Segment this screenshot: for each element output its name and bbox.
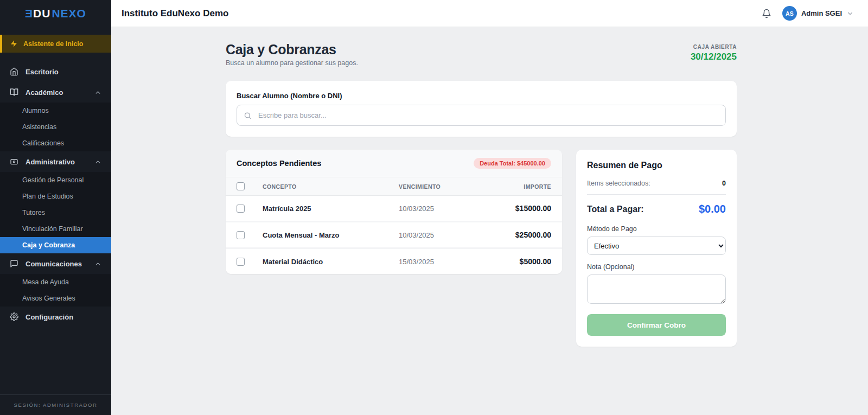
home-icon bbox=[10, 67, 18, 76]
sidebar-item-administrativo[interactable]: Administrativo bbox=[0, 151, 111, 172]
column-header-concepto: CONCEPTO bbox=[263, 183, 399, 190]
logo-edu-text: DU bbox=[33, 7, 50, 20]
payment-method-label: Método de Pago bbox=[587, 225, 726, 233]
sidebar-item-escritorio[interactable]: Escritorio bbox=[0, 61, 111, 82]
search-label: Buscar Alumno (Nombre o DNI) bbox=[237, 92, 726, 100]
due-date: 10/03/2025 bbox=[399, 231, 486, 239]
caja-status-block: CAJA ABIERTA 30/12/2025 bbox=[691, 42, 737, 62]
topbar-actions: AS Admin SGEI bbox=[762, 6, 854, 21]
sidebar-item-comunicaciones[interactable]: Comunicaciones bbox=[0, 253, 111, 274]
sidebar-nav: Escritorio Académico Alumnos Asistencias… bbox=[0, 61, 111, 394]
lightning-icon bbox=[10, 40, 18, 48]
row-checkbox[interactable] bbox=[237, 231, 245, 239]
sidebar-item-label: Configuración bbox=[25, 313, 73, 321]
note-label: Nota (Opcional) bbox=[587, 263, 726, 271]
column-header-importe: IMPORTE bbox=[486, 183, 551, 190]
page-head: Caja y Cobranzas Busca un alumno para ge… bbox=[226, 42, 737, 67]
pending-concepts-title: Conceptos Pendientes bbox=[237, 159, 321, 168]
row-checkbox[interactable] bbox=[237, 258, 245, 266]
sidebar-item-label: Asistente de Inicio bbox=[23, 40, 83, 48]
chevron-down-icon bbox=[846, 10, 854, 17]
column-header-vencimiento: VENCIMIENTO bbox=[399, 183, 486, 190]
sidebar-item-label: Escritorio bbox=[25, 68, 59, 76]
selected-items-label: Items seleccionados: bbox=[587, 180, 650, 187]
user-name: Admin SGEI bbox=[801, 9, 842, 17]
amount: $25000.00 bbox=[486, 231, 551, 239]
topbar: Instituto EduNexo Demo AS Admin SGEI bbox=[111, 0, 868, 27]
table-column-headers: CONCEPTO VENCIMIENTO IMPORTE bbox=[226, 177, 562, 196]
chevron-up-icon bbox=[94, 158, 101, 165]
app-root: ƎDUNEXO Asistente de Inicio Escritorio A… bbox=[0, 0, 868, 415]
pending-concepts-card: Conceptos Pendientes Deuda Total: $45000… bbox=[226, 150, 562, 274]
total-row: Total a Pagar: $0.00 bbox=[587, 203, 726, 215]
sidebar-item-asistencias[interactable]: Asistencias bbox=[0, 119, 111, 135]
gear-icon bbox=[10, 312, 18, 321]
session-label: SESIÓN: ADMINISTRADOR bbox=[0, 394, 111, 415]
concept-name: Material Didáctico bbox=[263, 258, 399, 266]
user-menu[interactable]: AS Admin SGEI bbox=[782, 6, 854, 21]
search-input[interactable] bbox=[237, 105, 726, 126]
select-all-checkbox[interactable] bbox=[237, 182, 245, 190]
chevron-up-icon bbox=[94, 89, 101, 96]
selected-items-count: 0 bbox=[722, 180, 726, 187]
table-row: Matrícula 2025 10/03/2025 $15000.00 bbox=[226, 196, 562, 222]
sidebar-item-caja-y-cobranza[interactable]: Caja y Cobranza bbox=[0, 237, 111, 253]
total-label: Total a Pagar: bbox=[587, 205, 644, 214]
sidebar-item-plan-de-estudios[interactable]: Plan de Estudios bbox=[0, 188, 111, 205]
total-debt-badge: Deuda Total: $45000.00 bbox=[474, 158, 551, 169]
sidebar-item-label: Académico bbox=[25, 88, 63, 97]
concept-name: Matrícula 2025 bbox=[263, 205, 399, 213]
avatar: AS bbox=[782, 6, 797, 21]
chevron-up-icon bbox=[94, 260, 101, 267]
sidebar-item-alumnos[interactable]: Alumnos bbox=[0, 103, 111, 119]
pending-concepts-header: Conceptos Pendientes Deuda Total: $45000… bbox=[226, 150, 562, 177]
institute-title: Instituto EduNexo Demo bbox=[122, 8, 228, 19]
total-value: $0.00 bbox=[699, 203, 726, 215]
confirm-payment-button[interactable]: Confirmar Cobro bbox=[587, 314, 726, 336]
sidebar-item-configuracion[interactable]: Configuración bbox=[0, 307, 111, 327]
page-title: Caja y Cobranzas bbox=[226, 42, 358, 58]
sidebar-item-academico[interactable]: Académico bbox=[0, 82, 111, 103]
caja-status-label: CAJA ABIERTA bbox=[691, 44, 737, 50]
main-area: Instituto EduNexo Demo AS Admin SGEI bbox=[111, 0, 868, 415]
sidebar-item-asistente-de-inicio[interactable]: Asistente de Inicio bbox=[0, 35, 111, 53]
caja-open-date: 30/12/2025 bbox=[691, 52, 737, 62]
note-textarea[interactable] bbox=[587, 274, 726, 304]
sidebar-item-vinculacion-familiar[interactable]: Vinculación Familiar bbox=[0, 221, 111, 237]
sidebar-item-tutores[interactable]: Tutores bbox=[0, 205, 111, 221]
page-content: Caja y Cobranzas Busca un alumno para ge… bbox=[111, 27, 868, 415]
sidebar-item-calificaciones[interactable]: Calificaciones bbox=[0, 135, 111, 151]
page-subtitle: Busca un alumno para gestionar sus pagos… bbox=[226, 59, 358, 67]
cash-icon bbox=[10, 157, 18, 166]
payment-summary-title: Resumen de Pago bbox=[587, 161, 726, 170]
sidebar: ƎDUNEXO Asistente de Inicio Escritorio A… bbox=[0, 0, 111, 415]
submenu-academico: Alumnos Asistencias Calificaciones bbox=[0, 103, 111, 151]
book-open-icon bbox=[10, 88, 18, 97]
submenu-administrativo: Gestión de Personal Plan de Estudios Tut… bbox=[0, 172, 111, 253]
sidebar-item-mesa-de-ayuda[interactable]: Mesa de Ayuda bbox=[0, 274, 111, 290]
submenu-comunicaciones: Mesa de Ayuda Avisos Generales bbox=[0, 274, 111, 307]
search-icon bbox=[244, 111, 252, 119]
payment-summary-card: Resumen de Pago Items seleccionados: 0 T… bbox=[576, 150, 737, 347]
table-row: Material Didáctico 15/03/2025 $5000.00 bbox=[226, 249, 562, 274]
search-card: Buscar Alumno (Nombre o DNI) bbox=[226, 81, 737, 137]
sidebar-item-label: Administrativo bbox=[25, 158, 75, 166]
amount: $15000.00 bbox=[486, 204, 551, 213]
sidebar-item-gestion-de-personal[interactable]: Gestión de Personal bbox=[0, 172, 111, 188]
chat-icon bbox=[10, 259, 18, 268]
logo-accent-letter: Ǝ bbox=[25, 7, 33, 20]
due-date: 15/03/2025 bbox=[399, 258, 486, 266]
due-date: 10/03/2025 bbox=[399, 205, 486, 213]
sidebar-item-label: Comunicaciones bbox=[25, 260, 82, 268]
concept-name: Cuota Mensual - Marzo bbox=[263, 231, 399, 239]
amount: $5000.00 bbox=[486, 257, 551, 266]
sidebar-item-avisos-generales[interactable]: Avisos Generales bbox=[0, 290, 111, 307]
logo: ƎDUNEXO bbox=[0, 0, 111, 27]
selected-items-row: Items seleccionados: 0 bbox=[587, 180, 726, 195]
payment-method-select[interactable]: Efectivo bbox=[587, 237, 726, 255]
logo-nexo-text: NEXO bbox=[52, 7, 86, 20]
bell-icon[interactable] bbox=[762, 9, 771, 18]
row-checkbox[interactable] bbox=[237, 205, 245, 213]
table-row: Cuota Mensual - Marzo 10/03/2025 $25000.… bbox=[226, 222, 562, 249]
